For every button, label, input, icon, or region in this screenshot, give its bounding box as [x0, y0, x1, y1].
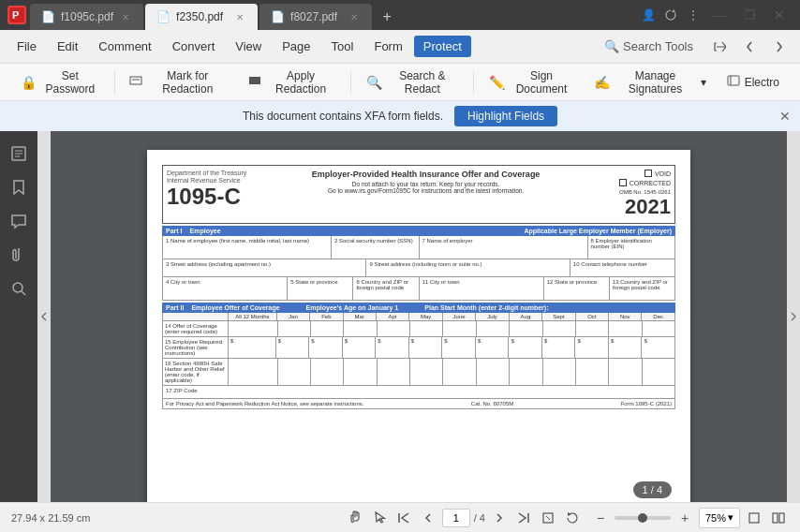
user-icon[interactable]: 👤	[639, 6, 658, 24]
collapse-left-button[interactable]	[37, 131, 51, 502]
zoom-out-button[interactable]: −	[590, 508, 611, 528]
month-july: July	[476, 313, 509, 320]
highlight-fields-button[interactable]: Highlight Fields	[454, 106, 557, 126]
lock-icon: 🔒	[21, 75, 37, 90]
xfa-banner: This document contains XFA form fields. …	[0, 101, 800, 131]
search-redact-button[interactable]: 🔍 Search & Redact	[357, 65, 467, 100]
zoom-in-button[interactable]: +	[674, 508, 695, 528]
prev-page-button[interactable]	[418, 508, 438, 528]
tab-f1095c[interactable]: 📄 f1095c.pdf ✕	[30, 4, 143, 30]
forward-icon[interactable]	[766, 34, 793, 60]
collapse-right-button[interactable]	[787, 131, 800, 502]
menu-form[interactable]: Form	[364, 36, 411, 57]
back-icon[interactable]	[736, 34, 763, 60]
share-icon[interactable]	[706, 34, 733, 60]
search-tools-label: Search Tools	[623, 39, 693, 53]
apply-icon	[248, 74, 261, 90]
svg-line-13	[22, 291, 25, 295]
zoom-dropdown-icon: ▾	[728, 511, 733, 524]
more-icon[interactable]: ⋮	[684, 6, 703, 24]
rotate-button[interactable]	[562, 508, 583, 528]
tab-label-2: f2350.pdf	[176, 10, 223, 23]
manage-signatures-label: Manage Signatures	[615, 69, 695, 96]
menu-view[interactable]: View	[226, 36, 271, 57]
sync-icon[interactable]	[661, 6, 680, 24]
search-redact-label: Search & Redact	[387, 69, 458, 96]
menu-edit[interactable]: Edit	[48, 36, 87, 57]
menu-page[interactable]: Page	[273, 36, 319, 57]
svg-marker-18	[568, 512, 571, 516]
svg-rect-6	[728, 76, 739, 85]
apply-redaction-label: Apply Redaction	[266, 69, 335, 96]
electro-button[interactable]: Electro	[718, 69, 789, 95]
first-page-button[interactable]	[393, 508, 414, 528]
menu-protect[interactable]: Protect	[414, 36, 471, 57]
row17-label: 17 ZIP Code	[166, 388, 198, 393]
menu-tool[interactable]: Tool	[322, 36, 363, 57]
menu-file[interactable]: File	[7, 36, 46, 57]
void-checkbox[interactable]	[644, 170, 652, 177]
field2-label: 2 Social security number (SSN)	[334, 238, 416, 244]
window-minimize[interactable]: —	[706, 2, 733, 28]
sidebar-search-icon[interactable]	[4, 273, 34, 303]
banner-close-button[interactable]: ✕	[779, 109, 791, 124]
sidebar-comments-icon[interactable]	[4, 206, 34, 236]
month-dec: Dec	[642, 313, 674, 320]
menu-right: 🔍 Search Tools	[595, 34, 793, 60]
page-input[interactable]	[442, 509, 470, 527]
month-header-label	[163, 313, 229, 320]
separator-3	[473, 71, 474, 94]
page-badge: 1 / 4	[633, 481, 672, 498]
month-may: May	[409, 313, 442, 320]
tab-icon-2: 📄	[156, 10, 170, 23]
tab-close-3[interactable]: ✕	[348, 10, 361, 23]
single-page-view-button[interactable]	[744, 508, 764, 528]
privacy-text: For Privacy Act and Paperwork Reduction …	[166, 401, 363, 406]
hand-tool-button[interactable]	[345, 508, 365, 528]
part2-title: Employee Offer of Coverage	[191, 304, 279, 311]
month-aug: Aug	[510, 313, 542, 320]
search-tools-button[interactable]: 🔍 Search Tools	[595, 36, 703, 57]
window-restore[interactable]: ❐	[736, 2, 763, 28]
apply-redaction-button[interactable]: Apply Redaction	[239, 65, 345, 100]
zoom-controls: − + 75% ▾	[590, 508, 789, 528]
tab-close-2[interactable]: ✕	[233, 10, 246, 23]
zoom-slider[interactable]	[615, 516, 671, 520]
sidebar-bookmarks-icon[interactable]	[4, 172, 34, 202]
set-password-button[interactable]: 🔒 Set Password	[11, 65, 109, 100]
corrected-label: CORRECTED	[630, 180, 671, 186]
add-tab-button[interactable]: +	[374, 4, 400, 30]
select-tool-button[interactable]	[369, 508, 390, 528]
zoom-thumb	[638, 513, 647, 523]
field12-label: 12 State or province	[547, 279, 606, 285]
month-june: June	[443, 313, 476, 320]
sidebar-attachments-icon[interactable]	[4, 240, 34, 270]
svg-marker-2	[672, 9, 675, 12]
separator-2	[350, 71, 351, 94]
form-title: Employer-Provided Health Insurance Offer…	[252, 170, 600, 179]
pdf-form: Department of the Treasury Internal Reve…	[162, 165, 675, 409]
zoom-level: 75%	[705, 512, 726, 524]
window-close[interactable]: ✕	[766, 2, 793, 28]
sign-document-button[interactable]: ✏️ Sign Document	[480, 65, 584, 100]
last-page-button[interactable]	[513, 508, 534, 528]
manage-signatures-button[interactable]: ✍ Manage Signatures ▾	[585, 65, 715, 100]
two-page-view-button[interactable]	[768, 508, 789, 528]
fit-page-button[interactable]	[538, 508, 558, 528]
content-area: Department of the Treasury Internal Reve…	[51, 131, 787, 502]
month-nov: Nov	[609, 313, 642, 320]
tab-f2350[interactable]: 📄 f2350.pdf ✕	[145, 4, 258, 30]
tab-f8027[interactable]: 📄 f8027.pdf ✕	[259, 4, 372, 30]
corrected-checkbox[interactable]	[619, 179, 627, 186]
mark-redaction-button[interactable]: Mark for Redaction	[120, 65, 237, 100]
menu-comment[interactable]: Comment	[89, 36, 160, 57]
mark-redaction-label: Mark for Redaction	[147, 69, 228, 96]
month-all: All 12 Months	[229, 313, 277, 320]
part2-col1: Employee's Age on January 1	[306, 304, 399, 311]
menu-convert[interactable]: Convert	[163, 36, 225, 57]
main-area: Department of the Treasury Internal Reve…	[0, 131, 800, 502]
tab-close-1[interactable]: ✕	[119, 10, 132, 23]
next-page-button[interactable]	[489, 508, 510, 528]
zoom-select[interactable]: 75% ▾	[699, 508, 740, 528]
sidebar-pages-icon[interactable]	[4, 139, 34, 169]
